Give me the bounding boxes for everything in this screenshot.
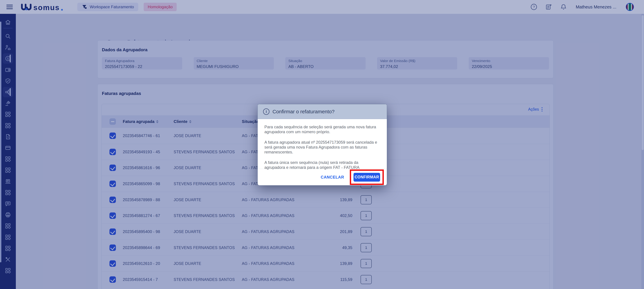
confirm-annotation-highlight: CONFIRMAR — [354, 173, 380, 182]
confirmar-button[interactable]: CONFIRMAR — [354, 173, 380, 182]
dialog-body: Para cada sequência de seleção será gera… — [258, 119, 387, 170]
dialog-footer: CANCELAR CONFIRMAR — [258, 169, 387, 185]
dialog-header: i Confirmar o refaturamento? — [258, 104, 387, 119]
dialog-paragraph: Para cada sequência de seleção será gera… — [264, 124, 380, 134]
dialog-paragraph: A fatura única sem sequência (nula) será… — [264, 160, 380, 170]
confirm-refaturamento-dialog: i Confirmar o refaturamento? Para cada s… — [258, 104, 387, 185]
app-window: somus Workspace Faturamento Homologação … — [0, 0, 644, 289]
dialog-title: Confirmar o refaturamento? — [272, 109, 335, 115]
dialog-paragraph: A fatura agrupadora atual nº 20255471730… — [264, 140, 380, 154]
cancelar-button[interactable]: CANCELAR — [321, 175, 344, 180]
info-icon: i — [263, 108, 270, 115]
